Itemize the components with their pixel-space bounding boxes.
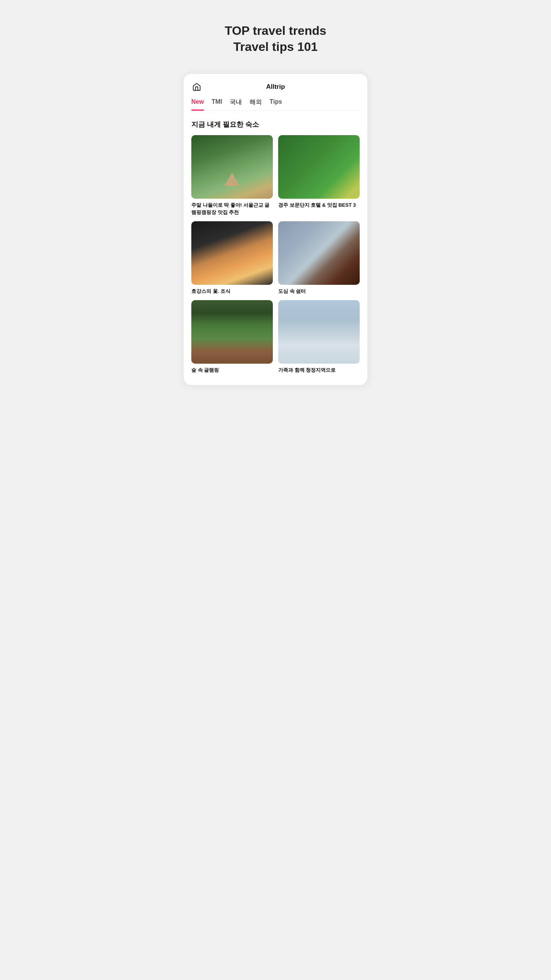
card-grid: 주말 나들이로 딱 좋아! 서울근교 글램핑캠핑장 맛집 추천 경주 보문단지 … [191, 135, 360, 374]
card-6-caption: 가족과 함께 청정지역으로 [278, 367, 360, 374]
card-6-image [278, 300, 360, 364]
tab-tips[interactable]: Tips [269, 98, 282, 110]
card-2-img-citrus [278, 135, 360, 199]
app-card: Alltrip New TMI 국내 해외 Tips 지금 내게 필요한 숙소 … [184, 74, 367, 385]
card-5-image [191, 300, 273, 364]
card-3-image [191, 221, 273, 285]
card-4-img-coffee [278, 221, 360, 285]
tab-new[interactable]: New [191, 98, 204, 110]
card-1-caption: 주말 나들이로 딱 좋아! 서울근교 글램핑캠핑장 맛집 추천 [191, 202, 273, 216]
card-2-caption: 경주 보문단지 호텔 & 맛집 BEST 3 [278, 202, 360, 209]
card-2-image [278, 135, 360, 199]
section-title: 지금 내게 필요한 숙소 [191, 120, 360, 129]
card-3[interactable]: 호강스의 꽃. 조식 [191, 221, 273, 295]
tab-tmi[interactable]: TMI [212, 98, 222, 110]
app-header: Alltrip [191, 83, 360, 91]
card-5[interactable]: 숲 속 글램핑 [191, 300, 273, 374]
card-1-image [191, 135, 273, 199]
card-6[interactable]: 가족과 함께 청정지역으로 [278, 300, 360, 374]
card-1-img-forest [191, 135, 273, 199]
card-5-caption: 숲 속 글램핑 [191, 367, 273, 374]
home-icon[interactable] [191, 82, 202, 92]
tab-domestic[interactable]: 국내 [230, 98, 242, 110]
card-3-img-bread [191, 221, 273, 285]
card-6-img-sea [278, 300, 360, 364]
card-1[interactable]: 주말 나들이로 딱 좋아! 서울근교 글램핑캠핑장 맛집 추천 [191, 135, 273, 216]
card-4-image [278, 221, 360, 285]
app-name: Alltrip [266, 83, 285, 91]
card-2[interactable]: 경주 보문단지 호텔 & 맛집 BEST 3 [278, 135, 360, 216]
card-5-img-trees [191, 300, 273, 364]
tab-overseas[interactable]: 해외 [249, 98, 262, 110]
page-heading: TOP travel trendsTravel tips 101 [225, 23, 326, 55]
card-4[interactable]: 도심 속 쉼터 [278, 221, 360, 295]
card-4-caption: 도심 속 쉼터 [278, 288, 360, 295]
page-wrapper: TOP travel trendsTravel tips 101 Alltrip… [184, 23, 367, 385]
page-title: TOP travel trendsTravel tips 101 [225, 23, 326, 55]
card-3-caption: 호강스의 꽃. 조식 [191, 288, 273, 295]
nav-tabs: New TMI 국내 해외 Tips [191, 98, 360, 111]
